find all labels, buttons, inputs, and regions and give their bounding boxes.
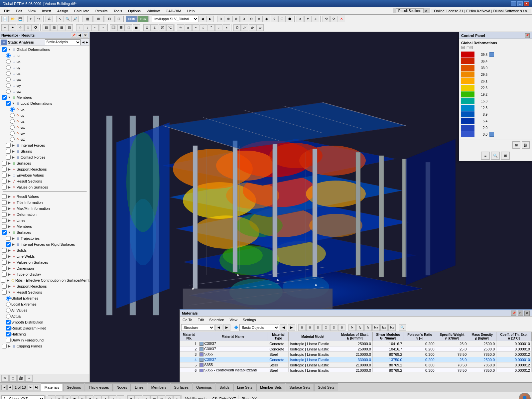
tb2-28[interactable]: ⌅ <box>223 24 230 31</box>
mat-fx-1[interactable]: fx <box>348 324 356 331</box>
mat-table-row[interactable]: 6 S355 - controventi instabilizzanti Ste… <box>180 368 532 372</box>
tree-smooth-dist[interactable]: Smooth Distribution <box>0 319 89 325</box>
expand-maxmin[interactable]: ▶ <box>7 206 11 210</box>
mat-menu-selection[interactable]: Selection <box>208 318 225 322</box>
mat-close-btn[interactable]: ✕ <box>524 311 530 316</box>
vp-tb-6[interactable]: ⊗ <box>86 395 93 399</box>
vp-tb-16[interactable]: ⌬ <box>166 395 173 399</box>
tb-undo[interactable]: ↩ <box>27 16 35 22</box>
tb-redo[interactable]: ↪ <box>35 16 42 22</box>
tb2-12[interactable]: ← <box>91 24 99 31</box>
check-solids[interactable] <box>2 248 7 253</box>
radio-phiz[interactable] <box>6 89 11 94</box>
expand-global-def[interactable]: ▼ <box>7 48 11 52</box>
expand-intforces-rigid[interactable]: ▶ <box>11 242 15 246</box>
menu-file[interactable]: File <box>1 7 13 14</box>
tb2-9[interactable]: ▧ <box>66 24 73 31</box>
check-result-sect2[interactable] <box>2 290 7 295</box>
tb-btn13[interactable]: ⬡ <box>278 16 286 22</box>
tree-phiz[interactable]: □ φz <box>0 88 89 94</box>
vp-tb-11[interactable]: ⌀ <box>127 395 135 399</box>
tb-btn4[interactable]: ⊡ <box>115 16 122 22</box>
next-page-btn[interactable]: ▶ <box>28 385 33 390</box>
check-ribs-eff[interactable] <box>1 278 5 283</box>
nav-expand-btn[interactable]: ◀ <box>77 33 82 38</box>
check-dimension[interactable] <box>2 266 7 271</box>
tb-btn7[interactable]: ⊗ <box>232 16 240 22</box>
tree-result-diag[interactable]: Result Diagram Filled <box>0 325 89 331</box>
tree-global-extremes[interactable]: Global Extremes <box>0 295 89 301</box>
mat-fx-4[interactable]: fxy <box>372 324 380 331</box>
check-local-def[interactable] <box>6 101 11 106</box>
tree-internal-forces[interactable]: ▶ ⊞ Internal Forces <box>0 142 89 148</box>
tree-deformation[interactable]: ▶ ≡ Deformation <box>0 211 89 217</box>
tb-btn3[interactable]: ⊟ <box>104 16 115 22</box>
tree-result-sections2[interactable]: ▼ ≡ Result Sections <box>0 289 89 295</box>
cp-pin-button[interactable]: 📌 <box>525 33 530 38</box>
tree-uz[interactable]: □ uz <box>0 70 89 76</box>
cp-image-icon[interactable]: 🖼 <box>522 141 530 149</box>
check-deform[interactable] <box>2 212 7 217</box>
nav-close-btn[interactable]: ✕ <box>83 33 88 38</box>
tab-line-sets[interactable]: Line Sets <box>233 383 256 391</box>
menu-options[interactable]: Options <box>125 7 143 14</box>
nav-bot-btn4[interactable]: ↪ <box>25 375 33 382</box>
check-smooth-dist[interactable] <box>6 320 11 325</box>
cp-list-icon[interactable]: ≡ <box>481 152 490 160</box>
mat-menu-edit[interactable]: Edit <box>196 318 205 322</box>
check-surfaces[interactable] <box>2 161 7 166</box>
tb2-16[interactable]: ◻ <box>125 24 132 31</box>
tree-uy-local[interactable]: ⟳ uy <box>0 112 89 118</box>
legend-slider-12[interactable] <box>489 132 494 137</box>
mat-header-controls[interactable]: 📌 □ ✕ <box>511 311 530 316</box>
expand-deform[interactable]: ▶ <box>7 212 11 216</box>
mat-tb-3[interactable]: ⊗ <box>314 324 322 331</box>
tb-zoom-in[interactable]: 🔍 <box>64 16 71 22</box>
vp-tb-3[interactable]: ⊛ <box>63 395 70 399</box>
tree-values-on-surfaces[interactable]: ▶ ✕ Values on Surfaces <box>0 184 89 190</box>
menu-window[interactable]: Window <box>144 7 162 14</box>
nav-pin-btn[interactable]: 📌 <box>71 33 76 38</box>
expand-clipping[interactable]: ▶ <box>7 344 11 348</box>
nav-arrow-right[interactable]: ▶ <box>86 41 88 44</box>
tb-view-y[interactable]: Y <box>304 16 312 22</box>
radio-uy[interactable] <box>6 65 11 70</box>
cp-grid-icon[interactable]: ⊞ <box>501 152 510 160</box>
tree-phiy-local[interactable]: ⟳ φy <box>0 130 89 136</box>
tb2-3[interactable]: ✧ <box>17 24 24 31</box>
combo-inviluppo[interactable]: Inviluppo SLV_Dlubal <box>152 16 199 22</box>
mat-table-row[interactable]: 5 S355 Steel Isotropic | Linear Elastic … <box>180 362 532 368</box>
menu-assign[interactable]: Assign <box>55 7 71 14</box>
mat-table-row[interactable]: 1 C30/37 Concrete Isotropic | Linear Ela… <box>180 341 532 346</box>
tb-prev-case[interactable]: ◀ <box>199 16 206 22</box>
tree-line-welds[interactable]: ▶ ≡ Line Welds <box>0 253 89 259</box>
maximize-button[interactable]: □ <box>517 1 523 6</box>
static-analysis-select[interactable]: Static Analysis <box>45 39 81 45</box>
check-envelope[interactable] <box>2 173 7 178</box>
expand-dimension[interactable]: ▶ <box>7 266 11 270</box>
tab-openings[interactable]: Openings <box>193 383 215 391</box>
radio-actual[interactable] <box>6 314 11 319</box>
tree-hatching[interactable]: Hatching <box>0 331 89 337</box>
tb2-21[interactable]: ⌥ <box>166 24 174 31</box>
tb-btn2[interactable]: ⊞ <box>93 16 104 22</box>
menu-cad-bim[interactable]: CAD-BIM <box>163 7 184 14</box>
tree-support-reactions[interactable]: ▶ + Support Reactions <box>0 166 89 172</box>
expand-result-sect[interactable]: ▶ <box>7 179 11 183</box>
mat-pin-btn[interactable]: 📌 <box>511 311 516 316</box>
mat-fx-2[interactable]: fy <box>356 324 364 331</box>
expand-support-react[interactable]: ▶ <box>7 167 11 171</box>
tab-members[interactable]: Members <box>148 383 170 391</box>
tree-strains[interactable]: ▶ ⊞ Strains <box>0 148 89 154</box>
tb-btn11[interactable]: ◉ <box>263 16 270 22</box>
tree-surfaces-disp[interactable]: ▼ ⊞ Surfaces <box>0 229 89 235</box>
tb2-5[interactable]: ✪ <box>32 24 39 31</box>
tb2-30[interactable]: ⌭ <box>241 24 248 31</box>
vp-tb-8[interactable]: ↗ <box>101 395 109 399</box>
mat-table-wrapper[interactable]: MaterialNo. Material Name MaterialType M… <box>180 332 532 372</box>
expand-result-vals[interactable]: ▶ <box>7 195 11 199</box>
mat-menu-settings[interactable]: Settings <box>241 318 257 322</box>
nav-header-controls[interactable]: 📌 ◀ ✕ <box>71 33 88 38</box>
check-int-forces[interactable] <box>6 143 11 148</box>
tb2-19[interactable]: Σ <box>151 24 158 31</box>
